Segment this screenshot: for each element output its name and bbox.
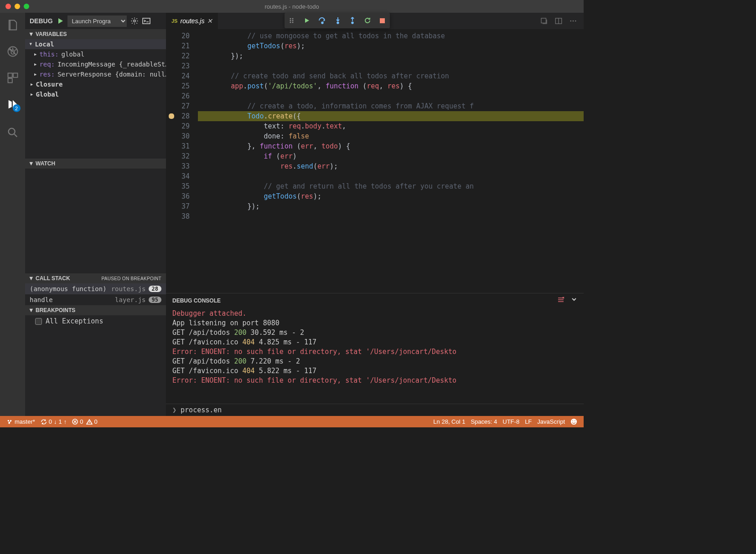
svg-point-23 <box>571 419 577 425</box>
stop-icon[interactable] <box>379 18 385 24</box>
indentation[interactable]: Spaces: 4 <box>468 418 500 425</box>
svg-point-10 <box>292 18 294 20</box>
variable-req[interactable]: ▶req: IncomingMessage {_readableSt… <box>25 59 166 69</box>
svg-point-7 <box>290 18 291 20</box>
svg-point-20 <box>573 21 574 22</box>
variables-header[interactable]: ▶VARIABLES <box>25 29 166 39</box>
svg-point-9 <box>290 22 291 23</box>
svg-point-8 <box>290 20 291 21</box>
variables-local[interactable]: ▶Local <box>25 39 166 49</box>
tab-routes[interactable]: JS routes.js ✕ <box>166 13 218 29</box>
svg-point-12 <box>292 22 294 23</box>
svg-point-25 <box>575 421 575 421</box>
svg-rect-1 <box>8 73 12 77</box>
errors-status[interactable]: 0 <box>69 418 86 425</box>
debug-label: DEBUG <box>30 17 53 25</box>
svg-point-11 <box>292 20 294 21</box>
debug-sidebar: DEBUG Launch Progra ▶VARIABLES <box>25 13 166 416</box>
activity-bar: 2 <box>0 13 25 416</box>
debug-icon[interactable] <box>6 45 20 58</box>
svg-rect-6 <box>143 18 150 24</box>
more-actions-icon[interactable] <box>569 17 577 25</box>
breakpoints-header[interactable]: ▶BREAKPOINTS <box>25 305 166 315</box>
svg-point-13 <box>321 22 323 24</box>
variable-res[interactable]: ▶res: ServerResponse {domain: null… <box>25 69 166 79</box>
debug-toolbar <box>285 13 390 28</box>
tab-close-icon[interactable]: ✕ <box>207 17 212 25</box>
debug-settings-icon[interactable] <box>130 17 139 25</box>
svg-point-14 <box>337 22 339 24</box>
step-over-icon[interactable] <box>318 17 326 24</box>
restart-icon[interactable] <box>364 17 371 24</box>
variable-this[interactable]: ▶this: global <box>25 49 166 59</box>
svg-point-19 <box>570 21 571 22</box>
step-into-icon[interactable] <box>335 17 341 24</box>
extensions-icon[interactable] <box>6 71 20 85</box>
titlebar: routes.js - node-todo <box>0 0 584 13</box>
breakpoint-all-exceptions[interactable]: All Exceptions <box>25 315 166 327</box>
debug-config-select[interactable]: Launch Progra <box>67 15 127 27</box>
git-branch[interactable]: master* <box>4 418 38 425</box>
svg-rect-16 <box>380 18 385 23</box>
scm-badge: 2 <box>13 104 21 112</box>
watch-header[interactable]: ▶WATCH <box>25 159 166 169</box>
encoding[interactable]: UTF-8 <box>500 418 522 425</box>
window-title: routes.js - node-todo <box>0 3 584 10</box>
clear-console-icon[interactable] <box>557 296 564 305</box>
svg-rect-3 <box>8 78 12 82</box>
debug-console-input[interactable]: ❯ process.en <box>166 404 584 416</box>
tab-label: routes.js <box>180 17 204 25</box>
svg-point-15 <box>352 22 353 24</box>
checkbox[interactable] <box>35 318 42 325</box>
explorer-icon[interactable] <box>6 18 20 32</box>
compare-changes-icon[interactable] <box>540 17 548 25</box>
panel-toggle-icon[interactable] <box>571 296 577 305</box>
start-debug-button[interactable] <box>57 17 64 25</box>
debug-console-tab[interactable]: DEBUG CONSOLE <box>172 298 221 304</box>
stack-frame[interactable]: handle layer.js 95 <box>25 294 166 305</box>
svg-point-4 <box>8 128 15 135</box>
js-file-icon: JS <box>171 18 177 24</box>
svg-point-24 <box>572 421 573 421</box>
callstack-status: PAUSED ON BREAKPOINT <box>102 276 161 281</box>
callstack-header[interactable]: ▶CALL STACK PAUSED ON BREAKPOINT <box>25 273 166 283</box>
search-icon[interactable] <box>6 126 20 139</box>
debug-console-output: Debugger attached.App listening on port … <box>166 308 584 404</box>
continue-icon[interactable] <box>304 17 310 24</box>
eol[interactable]: LF <box>522 418 534 425</box>
split-editor-icon[interactable] <box>554 17 563 25</box>
sync-status[interactable]: 0↓ 1↑ <box>38 418 69 425</box>
svg-rect-17 <box>541 18 546 23</box>
stack-frame[interactable]: (anonymous function) routes.js 28 <box>25 283 166 294</box>
scm-icon[interactable]: 2 <box>6 97 20 111</box>
editor-gutter[interactable]: 20212223242526272829303132333435363738 <box>166 29 198 293</box>
feedback-icon[interactable] <box>568 418 580 425</box>
debug-console-icon[interactable] <box>142 18 150 24</box>
warnings-status[interactable]: 0 <box>86 418 100 425</box>
editor-content[interactable]: // use mongoose to get all todos in the … <box>198 29 584 293</box>
drag-handle-icon[interactable] <box>289 17 295 24</box>
variables-global[interactable]: ▶Global <box>25 89 166 99</box>
variables-closure[interactable]: ▶Closure <box>25 79 166 89</box>
step-out-icon[interactable] <box>349 17 356 24</box>
status-bar: master* 0↓ 1↑ 0 0 Ln 28, Col 1 Spaces: 4… <box>0 416 584 427</box>
cursor-position[interactable]: Ln 28, Col 1 <box>430 418 468 425</box>
svg-point-21 <box>575 21 576 22</box>
svg-rect-2 <box>13 73 17 77</box>
language-mode[interactable]: JavaScript <box>534 418 568 425</box>
svg-point-5 <box>133 20 135 22</box>
